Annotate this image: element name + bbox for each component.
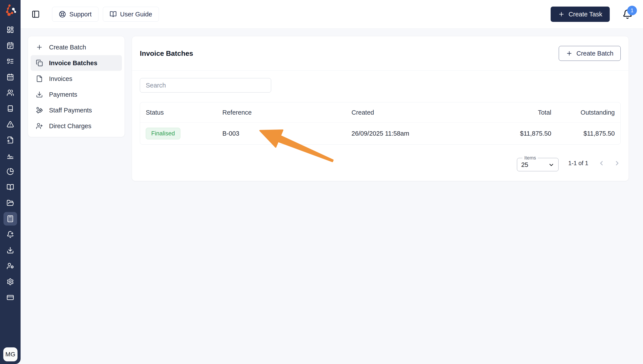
sidebar-item-download[interactable] <box>3 242 18 258</box>
cell-reference: B-003 <box>222 130 351 137</box>
sidebar-nav <box>3 22 18 306</box>
bell-plus-icon <box>7 231 14 238</box>
menu-item-label: Create Batch <box>49 44 86 51</box>
previous-page-button[interactable] <box>598 160 605 167</box>
menu-item-label: Invoices <box>49 75 72 82</box>
sidebar-item-settings[interactable] <box>3 274 18 290</box>
search-input[interactable] <box>140 78 271 92</box>
support-button[interactable]: Support <box>52 7 99 22</box>
cell-total: $11,875.50 <box>479 130 551 137</box>
table-header-row: Status Reference Created Total Outstandi… <box>140 102 620 122</box>
menu-item-direct-charges[interactable]: Direct Charges <box>31 118 122 134</box>
calendar-days-icon <box>7 73 14 81</box>
sidebar-item-signature[interactable] <box>3 148 18 164</box>
user-guide-button-label: User Guide <box>120 11 152 18</box>
page-title: Invoice Batches <box>140 50 193 58</box>
topbar: Support User Guide Create Task 1 <box>21 0 643 29</box>
pagination-range: 1-1 of 1 <box>568 160 588 167</box>
gear-icon <box>7 278 14 286</box>
copy-icon <box>36 60 43 66</box>
notifications-button[interactable]: 1 <box>622 9 632 19</box>
items-select-label: Items <box>522 155 538 161</box>
menu-item-label: Direct Charges <box>49 122 91 130</box>
file-plus-icon <box>7 136 14 144</box>
column-header-created: Created <box>351 109 479 116</box>
sidebar-item-notebook[interactable] <box>3 100 18 116</box>
download-icon <box>36 91 43 98</box>
create-task-button[interactable]: Create Task <box>551 6 610 22</box>
app-logo <box>5 4 16 16</box>
life-buoy-icon <box>59 11 66 18</box>
create-task-button-label: Create Task <box>568 11 602 18</box>
dashboard-icon <box>7 26 14 34</box>
panel-left-icon <box>32 10 40 18</box>
plus-icon <box>558 11 565 18</box>
users-icon <box>7 89 14 96</box>
alert-triangle-icon <box>7 120 14 128</box>
sidebar-item-book-open[interactable] <box>3 180 18 195</box>
sidebar-item-user-settings[interactable] <box>3 258 18 274</box>
items-per-page-select[interactable]: Items 25 <box>517 155 558 171</box>
sidebar: MG <box>0 0 21 364</box>
credit-card-icon <box>7 294 14 301</box>
support-button-label: Support <box>69 11 92 18</box>
table-row[interactable]: Finalised B-003 26/09/2025 11:58am $11,8… <box>140 122 620 144</box>
sidebar-item-calendar-days[interactable] <box>3 69 18 85</box>
create-batch-button[interactable]: Create Batch <box>559 46 621 61</box>
invoicing-menu: Create Batch Invoice Batches Invoices Pa… <box>28 36 125 137</box>
plus-icon <box>36 44 43 51</box>
download-icon <box>7 246 14 254</box>
signature-icon <box>7 152 14 160</box>
calculator-icon <box>7 215 14 222</box>
pagination: Items 25 1-1 of 1 <box>140 155 621 171</box>
chevron-right-icon <box>614 160 621 167</box>
invoice-batches-panel: Invoice Batches Create Batch Status Refe… <box>132 36 629 181</box>
cell-created: 26/09/2025 11:58am <box>351 130 479 137</box>
folder-open-icon <box>7 199 14 207</box>
sidebar-item-folder-open[interactable] <box>3 195 18 211</box>
column-header-reference: Reference <box>222 109 351 116</box>
sidebar-item-billing[interactable] <box>3 290 18 306</box>
task-list-icon <box>7 58 14 65</box>
sidebar-item-pie-chart[interactable] <box>3 164 18 180</box>
menu-item-create-batch[interactable]: Create Batch <box>31 40 122 55</box>
menu-item-label: Staff Payments <box>49 107 92 114</box>
create-batch-button-label: Create Batch <box>576 50 613 57</box>
menu-item-label: Payments <box>49 91 77 98</box>
sidebar-item-calculator[interactable] <box>4 212 17 226</box>
sidebar-item-users[interactable] <box>3 85 18 100</box>
chevron-left-icon <box>598 160 605 167</box>
pie-chart-icon <box>7 168 14 175</box>
items-per-page-value: 25 <box>521 161 528 168</box>
sidebar-item-file-plus[interactable] <box>3 132 18 148</box>
panel-body: Status Reference Created Total Outstandi… <box>132 71 628 181</box>
menu-item-label: Invoice Batches <box>49 60 97 67</box>
sidebar-item-bell-plus[interactable] <box>3 226 18 242</box>
menu-item-invoices[interactable]: Invoices <box>31 71 122 86</box>
menu-item-staff-payments[interactable]: Staff Payments <box>31 102 122 118</box>
cell-outstanding: $11,875.50 <box>551 130 615 137</box>
invoice-batches-table: Status Reference Created Total Outstandi… <box>140 102 621 144</box>
file-icon <box>36 75 43 82</box>
plus-icon <box>566 50 572 57</box>
sidebar-item-alerts[interactable] <box>3 116 18 132</box>
sidebar-toggle-button[interactable] <box>32 10 40 18</box>
notification-badge: 1 <box>627 6 637 15</box>
chevron-down-icon <box>548 162 554 168</box>
next-page-button[interactable] <box>614 160 621 167</box>
sidebar-item-dashboard[interactable] <box>3 22 18 38</box>
menu-item-invoice-batches[interactable]: Invoice Batches <box>31 55 122 71</box>
user-plus-icon <box>36 122 43 130</box>
sidebar-item-task-list[interactable] <box>3 54 18 69</box>
column-header-outstanding: Outstanding <box>551 109 615 116</box>
user-gear-icon <box>7 262 14 270</box>
book-open-icon <box>110 11 117 18</box>
menu-item-payments[interactable]: Payments <box>31 86 122 102</box>
sidebar-item-calendar-check[interactable] <box>3 38 18 54</box>
column-header-status: Status <box>146 109 222 116</box>
book-open-icon <box>7 184 14 191</box>
user-guide-button[interactable]: User Guide <box>103 7 159 22</box>
calendar-check-icon <box>7 42 14 49</box>
column-header-total: Total <box>479 109 551 116</box>
avatar[interactable]: MG <box>3 348 18 362</box>
